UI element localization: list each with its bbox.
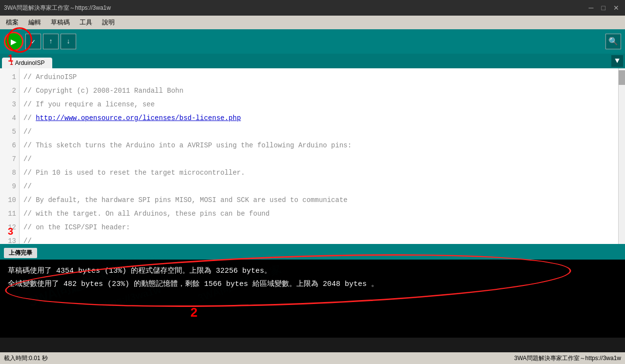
upload-status-badge: 上傳完畢 bbox=[4, 248, 37, 258]
verify-button[interactable]: ✓ bbox=[25, 34, 41, 49]
title-text: 3WA問題解決專家工作室～https://3wa1w bbox=[4, 4, 111, 12]
scrollbar-thumb[interactable] bbox=[619, 70, 625, 85]
code-line-9: // bbox=[23, 180, 614, 193]
console-area: 3WA問題解決專家工作室 https://3wa1w 3WA問題解決專家 草稿碼… bbox=[0, 260, 625, 338]
new-button[interactable]: ↑ bbox=[43, 34, 59, 49]
open-button[interactable]: ↓ bbox=[61, 34, 76, 49]
code-line-7: // bbox=[23, 152, 614, 166]
tab-arduinoisp[interactable]: 1 ArduinoISP bbox=[2, 58, 52, 68]
code-line-8: // Pin 10 is used to reset the target mi… bbox=[23, 166, 614, 180]
console-line-1: 草稿碼使用了 4354 bytes (13%) 的程式儲存空間。上限為 3225… bbox=[8, 264, 617, 278]
tab-bar: 1 ArduinoISP ▼ bbox=[0, 54, 625, 68]
toolbar-right: 🔍 bbox=[605, 34, 621, 49]
title-bar: 3WA問題解決專家工作室～https://3wa1w ─ □ ✕ bbox=[0, 0, 625, 16]
toolbar: ▶ ✓ ↑ ↓ 🔍 bbox=[0, 29, 625, 54]
close-button[interactable]: ✕ bbox=[611, 4, 621, 12]
search-button[interactable]: 🔍 bbox=[605, 34, 621, 49]
menu-sketch[interactable]: 草稿碼 bbox=[47, 17, 74, 28]
minimize-button[interactable]: ─ bbox=[587, 4, 596, 12]
new-icon: ↑ bbox=[49, 38, 53, 45]
license-link[interactable]: http://www.opensource.org/licenses/bsd-l… bbox=[36, 111, 241, 125]
upload-button[interactable]: ▶ bbox=[4, 32, 23, 51]
menu-tools[interactable]: 工具 bbox=[76, 17, 96, 28]
status-time: 載入時間:0.01 秒 bbox=[4, 354, 48, 363]
scrollbar[interactable] bbox=[618, 68, 625, 244]
code-line-1: // ArduinoISP bbox=[23, 70, 614, 84]
menu-help[interactable]: 說明 bbox=[98, 17, 119, 28]
verify-icon: ✓ bbox=[31, 38, 35, 46]
code-line-10: // By default, the hardware SPI pins MIS… bbox=[23, 193, 614, 207]
tab-number: 1 bbox=[10, 60, 13, 66]
code-line-2: // Copyright (c) 2008-2011 Randall Bohn bbox=[23, 84, 614, 98]
status-url: 3WA問題解決專家工作室～https://3wa1w bbox=[514, 354, 621, 363]
code-line-3: // If you require a license, see bbox=[23, 98, 614, 111]
code-line-6: // This sketch turns the Arduino into a … bbox=[23, 139, 614, 152]
search-icon: 🔍 bbox=[608, 37, 618, 46]
line-numbers: 1 2 3 4 5 6 7 8 9 10 11 12 13 bbox=[0, 68, 20, 244]
console-line-2: 全域變數使用了 482 bytes (23%) 的動態記憶體，剩餘 1566 b… bbox=[8, 278, 617, 291]
tab-label: ArduinoISP bbox=[15, 60, 45, 66]
menu-bar: 檔案 編輯 草稿碼 工具 說明 bbox=[0, 16, 625, 29]
open-icon: ↓ bbox=[66, 38, 70, 45]
code-editor: 1 2 3 4 5 6 7 8 9 10 11 12 13 // Arduino… bbox=[0, 68, 625, 244]
code-line-11: // with the target. On all Arduinos, the… bbox=[23, 207, 614, 221]
code-line-4: // http://www.opensource.org/licenses/bs… bbox=[23, 111, 614, 125]
menu-file[interactable]: 檔案 bbox=[2, 17, 22, 28]
tab-dropdown-button[interactable]: ▼ bbox=[611, 55, 623, 67]
code-content[interactable]: // ArduinoISP // Copyright (c) 2008-2011… bbox=[20, 68, 618, 244]
bottom-status-bar: 載入時間:0.01 秒 3WA問題解決專家工作室～https://3wa1w bbox=[0, 352, 625, 364]
window-controls: ─ □ ✕ bbox=[587, 4, 621, 12]
code-line-13: // bbox=[23, 234, 614, 244]
code-line-12: // on the ICSP/SPI header: bbox=[23, 221, 614, 234]
chevron-down-icon: ▼ bbox=[615, 57, 620, 65]
code-line-5: // bbox=[23, 125, 614, 139]
upload-icon: ▶ bbox=[11, 36, 17, 48]
menu-edit[interactable]: 編輯 bbox=[24, 17, 45, 28]
maximize-button[interactable]: □ bbox=[600, 4, 607, 12]
upload-status-bar: 上傳完畢 bbox=[0, 246, 625, 260]
